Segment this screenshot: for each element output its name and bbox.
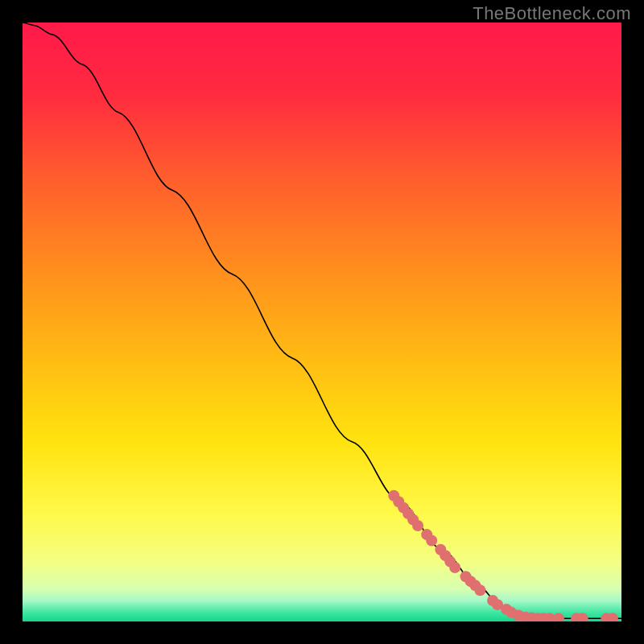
watermark-text: TheBottleneck.com xyxy=(473,3,631,24)
data-marker xyxy=(474,584,485,596)
chart-container xyxy=(23,23,621,621)
data-marker xyxy=(426,535,437,547)
gradient-background xyxy=(23,23,621,621)
data-marker xyxy=(412,520,423,531)
chart-svg xyxy=(23,23,621,621)
data-marker xyxy=(449,562,460,573)
